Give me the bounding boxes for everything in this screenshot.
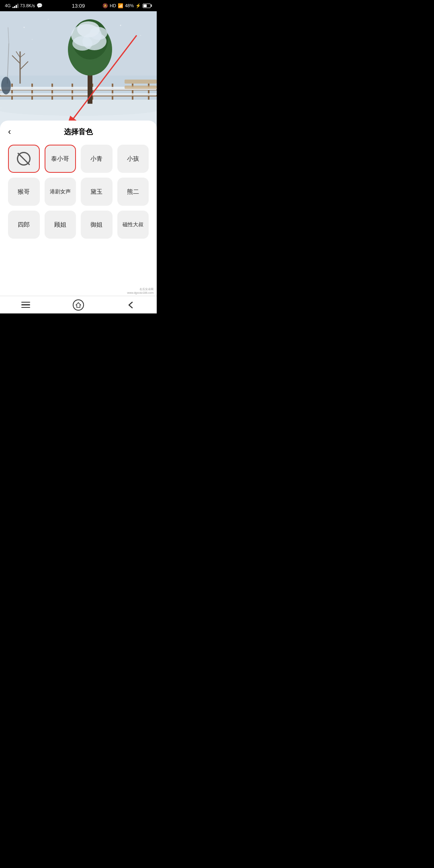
svg-point-36 bbox=[24, 27, 25, 28]
voice-item-gu-jie[interactable]: 顾姐 bbox=[45, 211, 76, 239]
svg-marker-43 bbox=[76, 303, 81, 307]
svg-rect-31 bbox=[125, 80, 157, 84]
voice-label-dai-yu: 黛玉 bbox=[90, 188, 102, 196]
watermark: 名瓜安卓网 www.dgxcdz188.com bbox=[127, 287, 154, 294]
voice-item-xiao-qing[interactable]: 小青 bbox=[81, 145, 113, 173]
voice-label-xiao-hai: 小孩 bbox=[127, 155, 139, 163]
home-icon bbox=[73, 299, 84, 311]
voice-label-xiao-qing: 小青 bbox=[90, 155, 102, 163]
voice-label-hou-ge: 猴哥 bbox=[18, 188, 30, 196]
no-voice-icon bbox=[17, 152, 31, 166]
svg-point-38 bbox=[120, 25, 121, 26]
svg-point-35 bbox=[0, 104, 157, 116]
voice-item-yu-jie[interactable]: 御姐 bbox=[81, 211, 113, 239]
menu-button[interactable] bbox=[13, 299, 38, 311]
svg-point-21 bbox=[72, 36, 92, 51]
watermark-line1: 名瓜安卓网 bbox=[127, 287, 154, 291]
voice-label-yu-jie: 御姐 bbox=[90, 221, 102, 229]
svg-point-39 bbox=[140, 35, 141, 36]
sheet-header: ‹ 选择音色 bbox=[6, 127, 150, 137]
svg-rect-15 bbox=[0, 93, 157, 96]
voice-label-tai-xiao-ge: 泰小哥 bbox=[51, 155, 69, 163]
voice-label-si-lang: 四郎 bbox=[18, 221, 30, 229]
svg-point-37 bbox=[48, 19, 49, 20]
home-button[interactable] bbox=[65, 296, 92, 314]
voice-item-xiong-er[interactable]: 熊二 bbox=[117, 178, 149, 206]
alarm-icon: 🔕 bbox=[102, 3, 108, 8]
hd-label: HD bbox=[110, 3, 116, 8]
svg-point-40 bbox=[32, 39, 33, 40]
back-nav-button[interactable] bbox=[119, 297, 143, 313]
voice-item-dai-yu[interactable]: 黛玉 bbox=[81, 178, 113, 206]
wechat-icon: 💬 bbox=[37, 3, 43, 8]
voice-item-si-lang[interactable]: 四郎 bbox=[8, 211, 40, 239]
status-left: 4G 73.8K/s 💬 bbox=[5, 3, 43, 8]
back-nav-icon bbox=[127, 301, 135, 309]
status-right: 🔕 HD 📶 48% ⚡ bbox=[102, 3, 152, 8]
watermark-line2: www.dgxcdz188.com bbox=[127, 291, 154, 294]
voice-label-ci-xing-da-shu: 磁性大叔 bbox=[123, 221, 143, 228]
svg-point-23 bbox=[77, 21, 100, 37]
voice-item-tai-xiao-ge[interactable]: 泰小哥 bbox=[45, 145, 76, 173]
nav-bar bbox=[0, 296, 157, 313]
photo-area bbox=[0, 11, 157, 136]
voice-item-xiao-hai[interactable]: 小孩 bbox=[117, 145, 149, 173]
voice-item-no-voice[interactable] bbox=[8, 145, 40, 173]
voice-label-gang-ju-nv-sheng: 港剧女声 bbox=[50, 188, 71, 195]
svg-point-33 bbox=[1, 77, 11, 94]
voice-label-xiong-er: 熊二 bbox=[127, 188, 139, 196]
battery-percent: 48% bbox=[125, 3, 134, 8]
charging-icon: ⚡ bbox=[135, 3, 141, 8]
svg-rect-32 bbox=[125, 86, 157, 89]
voice-options-grid: 泰小哥 小青 小孩 猴哥 港剧女声 黛玉 熊二 四郎 bbox=[6, 145, 150, 239]
voice-item-gang-ju-nv-sheng[interactable]: 港剧女声 bbox=[45, 178, 76, 206]
bottom-sheet: ‹ 选择音色 泰小哥 小青 小孩 猴哥 港剧女声 黛 bbox=[0, 121, 157, 296]
back-button[interactable]: ‹ bbox=[6, 125, 12, 139]
voice-label-gu-jie: 顾姐 bbox=[54, 221, 66, 229]
menu-icon bbox=[21, 302, 30, 308]
voice-item-hou-ge[interactable]: 猴哥 bbox=[8, 178, 40, 206]
network-label: 4G bbox=[5, 3, 11, 8]
status-bar: 4G 73.8K/s 💬 13:09 🔕 HD 📶 48% ⚡ bbox=[0, 0, 157, 11]
wifi-icon: 📶 bbox=[118, 3, 123, 8]
signal-bars-icon bbox=[12, 3, 18, 8]
time-label: 13:09 bbox=[72, 3, 85, 9]
speed-label: 73.8K/s bbox=[20, 3, 35, 8]
battery-icon bbox=[143, 4, 152, 8]
sheet-title: 选择音色 bbox=[64, 127, 93, 137]
voice-item-ci-xing-da-shu[interactable]: 磁性大叔 bbox=[117, 211, 149, 239]
